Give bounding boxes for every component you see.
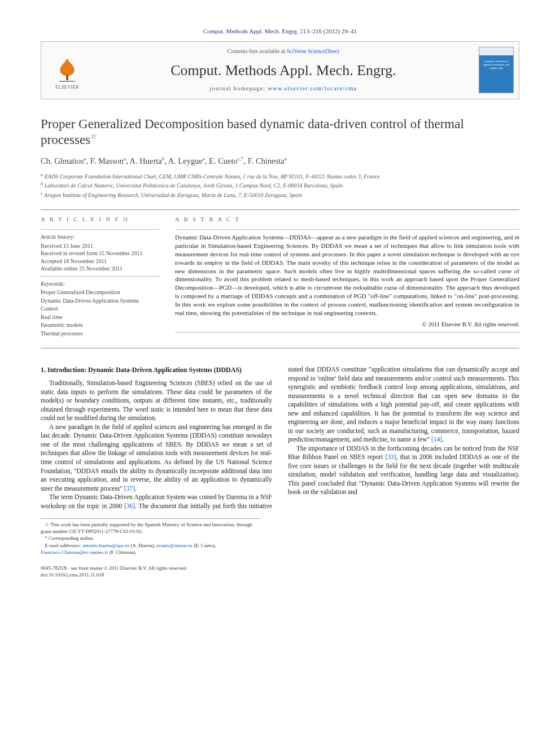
journal-cover-thumbnail: Computer methods in applied mechanics an… [479,47,514,93]
history-received: Received 13 June 2011 [41,242,159,250]
running-citation: Comput. Methods Appl. Mech. Engrg. 213–2… [41,27,519,36]
citation-link[interactable]: [36] [124,503,135,509]
author-3-aff: b [162,156,165,161]
cover-text: Computer methods in applied mechanics an… [482,60,511,70]
doi-line: doi:10.1016/j.cma.2011.11.018 [41,571,519,578]
email-footnote: E-mail addresses: antonio.huerta@upc.es … [41,542,261,556]
keywords-label: Keywords: [41,280,159,288]
contents-available-line: Contents lists available at SciVerse Sci… [228,47,340,55]
paragraph: A new paradigm in the field of applied s… [41,423,272,493]
keywords-block: Keywords: Proper Generalized Decompositi… [41,280,159,338]
svg-rect-0 [66,75,68,80]
author-2: F. Masson [90,156,124,165]
history-online: Available online 25 November 2011 [41,265,159,273]
author-5: E. Cueto [209,156,238,165]
journal-homepage-link[interactable]: www.elsevier.com/locate/cma [268,85,357,91]
thin-divider [41,229,159,230]
divider [41,348,519,348]
author-6-aff: a [285,156,287,161]
article-info-heading: A R T I C L E I N F O [41,216,159,224]
journal-title: Comput. Methods Appl. Mech. Engrg. [170,60,396,80]
funding-footnote: ☆ This work has been partially supported… [41,521,261,535]
affiliation-c: c Aragon Institute of Engineering Resear… [41,190,519,199]
author-2-aff: a [124,156,126,161]
abstract-text: Dynamic Data-Driven Application Systems—… [175,233,519,317]
journal-header: ELSEVIER Contents lists available at Sci… [41,41,519,99]
thin-divider [175,332,519,333]
affiliation-a: a EADS Corporate Foundation Internationa… [41,172,519,181]
sciencedirect-link[interactable]: SciVerse ScienceDirect [287,48,340,54]
citation-link[interactable]: [37] [124,485,135,492]
keyword: Parametric models [41,321,159,329]
keyword: Thermal processes [41,330,159,338]
divider [41,209,519,210]
paragraph: Traditionally, Simulation-based Engineer… [41,379,272,423]
front-matter-footer: 0045-7825/$ - see front matter © 2011 El… [41,565,519,578]
thin-divider [41,276,159,277]
author-6: F. Chinesta [248,156,285,165]
keyword: Real time [41,313,159,321]
contents-prefix: Contents lists available at [228,48,287,54]
abstract-copyright: © 2011 Elsevier B.V. All rights reserved… [175,321,519,329]
history-revised: Received in revised form 15 November 201… [41,250,159,257]
email-link[interactable]: Francisco.Chinesta@ec-nantes.fr [41,549,108,555]
history-accepted: Accepted 18 November 2011 [41,257,159,265]
author-3: A. Huerta [130,156,162,165]
affiliations: a EADS Corporate Foundation Internationa… [41,172,519,199]
authors-line: Ch. Ghnatiosa, F. Massona, A. Huertab, A… [41,155,519,167]
citation-link[interactable]: [33] [385,453,396,460]
article-history: Article history: Received 13 June 2011 R… [41,233,159,273]
keyword: Control [41,305,159,313]
email-link[interactable]: ecueto@unizar.es [156,543,193,548]
journal-cover-cell: Computer methods in applied mechanics an… [474,42,519,99]
journal-homepage-line: journal homepage: www.elsevier.com/locat… [210,85,357,93]
citation-link[interactable]: [14] [431,436,442,443]
email-link[interactable]: antonio.huerta@upc.es [82,543,129,548]
affiliation-b: b Laboratori de Calcul Numeric, Universi… [41,181,519,190]
author-1: Ch. Ghnatios [41,156,84,165]
author-4: A. Leygue [168,156,203,165]
history-label: Article history: [41,233,159,241]
elsevier-tree-icon [54,56,81,84]
publisher-logo-cell: ELSEVIER [41,42,93,99]
elsevier-logo: ELSEVIER [49,49,85,91]
homepage-prefix: journal homepage: [210,85,268,91]
corresponding-footnote: * Corresponding author. [41,535,261,541]
paper-title: Proper Generalized Decomposition based d… [41,116,519,149]
author-1-aff: a [84,156,86,161]
body-text: 1. Introduction: Dynamic Data-Driven App… [41,365,519,510]
author-4-aff: a [203,156,205,161]
footnotes: ☆ This work has been partially supported… [41,518,261,556]
front-matter-line: 0045-7825/$ - see front matter © 2011 El… [41,565,519,571]
corresponding-marker: * [241,156,244,161]
thin-divider [175,229,519,230]
section-1-heading: 1. Introduction: Dynamic Data-Driven App… [41,365,272,374]
abstract-heading: A B S T R A C T [175,216,519,224]
paper-title-text: Proper Generalized Decomposition based d… [41,117,464,147]
keyword: Dynamic Data-Driven Application Systems [41,297,159,305]
publisher-name: ELSEVIER [55,85,79,91]
keyword: Proper Generalized Decomposition [41,289,159,296]
paragraph: The importance of DDDAS in the forthcomi… [288,444,519,497]
title-footnote-marker: ☆ [90,133,97,141]
